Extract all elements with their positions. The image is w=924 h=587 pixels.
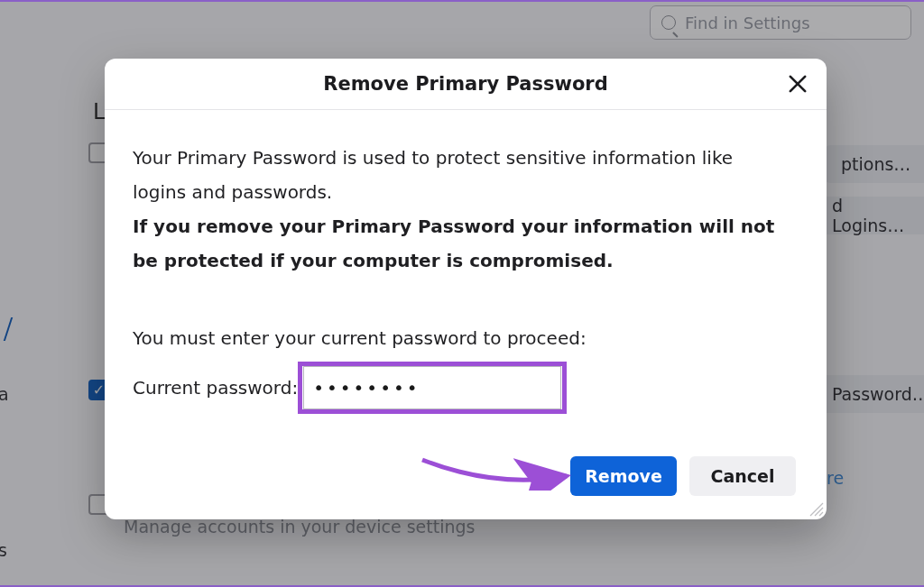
close-button[interactable] <box>785 71 810 96</box>
current-password-label: Current password: <box>133 371 298 405</box>
close-icon <box>785 71 810 96</box>
dialog-warning-bold: If you remove your Primary Password your… <box>133 216 774 271</box>
resize-grip-icon[interactable] <box>809 502 824 517</box>
remove-primary-password-dialog: Remove Primary Password Your Primary Pas… <box>105 59 827 519</box>
password-prompt: You must enter your current password to … <box>133 321 790 355</box>
remove-button[interactable]: Remove <box>570 456 677 496</box>
current-password-input[interactable] <box>303 366 561 409</box>
dialog-title: Remove Primary Password <box>323 73 608 95</box>
dialog-footer: Remove Cancel <box>105 413 827 519</box>
cancel-button[interactable]: Cancel <box>689 456 796 496</box>
dialog-header: Remove Primary Password <box>105 59 827 110</box>
dialog-description-1: Your Primary Password is used to protect… <box>133 141 790 209</box>
dialog-body: Your Primary Password is used to protect… <box>105 110 827 413</box>
